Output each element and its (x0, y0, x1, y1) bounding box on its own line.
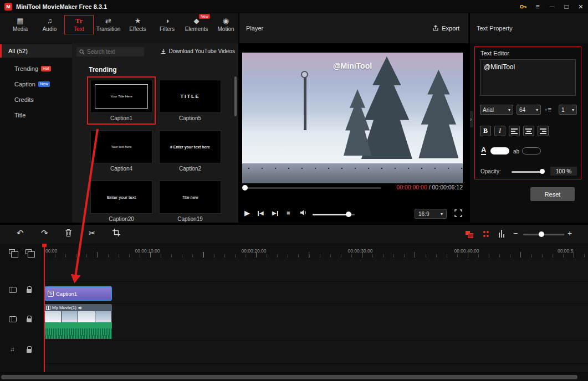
redo-button[interactable]: ↷ (41, 228, 48, 238)
timeline-ruler[interactable]: 00:00 00:00:10:00 00:00:20:00 00:00:30:0… (0, 244, 588, 259)
reset-button[interactable]: Reset (530, 187, 575, 201)
media-icon: ▦ (17, 17, 23, 25)
duplicate-track-icon[interactable] (25, 249, 32, 254)
register-key-icon[interactable] (516, 0, 530, 13)
sidebar-item-all[interactable]: All (52) (0, 44, 72, 58)
sidebar-item-trending[interactable]: Trending Hot (0, 62, 72, 75)
split-button[interactable]: ✂ (89, 228, 96, 238)
minimize-button[interactable]: ─ (545, 0, 559, 13)
manage-tracks-icon[interactable] (9, 249, 15, 254)
music-track-icon: ♫ (10, 346, 14, 352)
line-spacing-select[interactable]: 1 ▾ (559, 105, 577, 115)
player-title: Player (246, 25, 263, 32)
text-property-title: Text Property (477, 25, 513, 32)
volume-button[interactable] (300, 209, 307, 216)
playhead[interactable] (44, 244, 45, 372)
undo-button[interactable]: ↶ (17, 228, 24, 238)
template-caption20[interactable]: Enter your text Caption20 (90, 181, 152, 222)
text-category-sidebar: All (52) Trending Hot Caption New Credit… (0, 43, 72, 223)
template-caption2[interactable]: # Enter your text here Caption2 (159, 130, 221, 172)
line-spacing-icon[interactable]: ↕≡ (545, 106, 551, 114)
sidebar-item-caption[interactable]: Caption New (0, 78, 72, 91)
volume-handle[interactable] (346, 212, 351, 217)
opacity-label: Opacity: (480, 168, 501, 174)
zoom-in-button[interactable]: + (567, 228, 572, 238)
align-right-button[interactable] (538, 126, 549, 136)
crop-button[interactable] (113, 229, 120, 236)
tab-motion[interactable]: ◉ Motion (211, 15, 241, 34)
text-clip-icon: Tr (48, 291, 54, 297)
stop-button[interactable]: ■ (287, 209, 290, 216)
italic-button[interactable]: I (494, 126, 505, 136)
app-logo-icon: M (4, 3, 12, 11)
tab-elements[interactable]: New ◆ Elements (182, 15, 211, 34)
transition-icon: ⇄ (105, 17, 111, 25)
play-button[interactable]: ▶ (244, 209, 250, 217)
tab-filters[interactable]: ◑ Filters (152, 15, 182, 34)
timeline-hscroll-handle[interactable] (1, 375, 577, 379)
divider (468, 13, 470, 223)
new-badge: New (38, 81, 50, 87)
sidebar-item-title[interactable]: Title (0, 109, 72, 122)
menu-icon[interactable]: ≡ (530, 0, 545, 13)
previous-frame-button[interactable]: ◀ (258, 210, 264, 216)
opacity-handle[interactable] (540, 169, 545, 174)
app-title: MiniTool MovieMaker Free 8.3.1 (16, 3, 107, 10)
sidebar-item-credits[interactable]: Credits (0, 93, 72, 106)
video-track-lock-icon[interactable] (27, 318, 32, 322)
template-caption4[interactable]: Your text here Caption4 (90, 130, 152, 172)
font-family-select[interactable]: Arial ▾ (480, 105, 513, 115)
text-property-highlight: Text Editor @MiniTool Arial ▾ 64 ▾ ↕≡ 1 … (474, 47, 581, 179)
download-youtube-link[interactable]: Download YouTube Videos (160, 48, 235, 54)
zoom-out-button[interactable]: − (513, 228, 518, 238)
chevron-down-icon: ▾ (508, 107, 510, 112)
text-editor-label: Text Editor (480, 50, 509, 56)
align-left-button[interactable] (509, 126, 520, 136)
template-caption19[interactable]: Title here Caption19 (159, 181, 221, 222)
music-track-lock-icon[interactable] (27, 349, 32, 353)
align-center-button[interactable] (523, 126, 534, 136)
tab-media[interactable]: ▦ Media (6, 15, 35, 34)
text-editor-input[interactable]: @MiniTool (480, 59, 576, 96)
caption-clip[interactable]: Tr Caption1 (44, 286, 112, 301)
crop-icon (113, 229, 120, 236)
audio-mixer-icon[interactable] (499, 230, 504, 238)
seek-bar[interactable] (244, 187, 381, 189)
chevron-down-icon: ▾ (536, 107, 538, 112)
current-time: 00:00:00:00 (396, 184, 427, 190)
text-track-lock-icon[interactable] (27, 289, 32, 293)
tab-effects[interactable]: ★ Effects (123, 15, 152, 34)
tab-text[interactable]: Tr Text (64, 15, 94, 34)
template-thumbnail: # Enter your text here (159, 130, 221, 163)
player-panel: @MiniTool 00:00:00:00 / 00:00:06:12 ▶ ◀ … (239, 43, 468, 223)
seek-handle[interactable] (242, 185, 248, 190)
bold-button[interactable]: B (480, 126, 491, 136)
align-center-icon (525, 128, 532, 134)
export-button[interactable]: Export (432, 25, 459, 32)
template-caption1[interactable]: Your Title Here Caption1 (90, 80, 152, 121)
tab-transition[interactable]: ⇄ Transition (94, 15, 123, 34)
next-frame-button[interactable]: ▶ (272, 210, 278, 216)
search-box[interactable] (76, 47, 144, 56)
track-mode-icon[interactable] (466, 231, 473, 237)
font-size-select[interactable]: 64 ▾ (517, 105, 541, 115)
key-icon (519, 3, 527, 11)
library-scrollbar[interactable] (234, 76, 237, 116)
search-input[interactable] (87, 49, 137, 55)
app-window: M MiniTool MovieMaker Free 8.3.1 ≡ ─ □ ×… (0, 0, 588, 381)
video-text-overlay[interactable]: @MiniTool (242, 61, 463, 70)
tab-audio[interactable]: ♫ Audio (35, 15, 64, 34)
fullscreen-button[interactable] (454, 209, 462, 217)
text-color-swatch[interactable] (490, 147, 509, 155)
attach-toggle-icon[interactable] (483, 231, 489, 237)
video-preview[interactable]: @MiniTool (242, 53, 463, 183)
maximize-button[interactable]: □ (559, 0, 574, 13)
timeline-zoom-handle[interactable] (539, 231, 544, 237)
template-caption5[interactable]: TITLE Caption5 (159, 80, 221, 121)
aspect-ratio-select[interactable]: 16:9 ▾ (415, 209, 447, 219)
background-color-swatch[interactable] (522, 147, 541, 155)
opacity-slider[interactable] (512, 171, 544, 173)
delete-button[interactable] (65, 229, 72, 237)
video-clip[interactable]: My Movie(1) (44, 304, 112, 339)
close-button[interactable]: × (574, 0, 588, 13)
